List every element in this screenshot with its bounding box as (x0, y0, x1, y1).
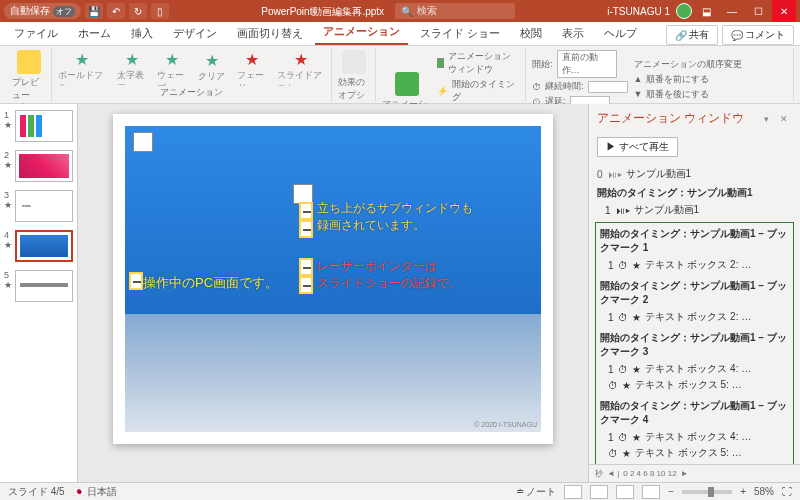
status-bar: スライド 4/5 🇯🇵 日本語 ≐ ノート − + 58% ⛶ (0, 482, 800, 500)
start-slideshow-icon[interactable]: ▯ (151, 3, 169, 19)
zoom-level[interactable]: 58% (754, 486, 774, 497)
animation-item[interactable]: 0⏯▶サンプル動画1 (593, 165, 796, 183)
reading-view-icon[interactable] (616, 485, 634, 499)
slide-thumbnails: 1★ 2★ 3★=== 4★ 5★ (0, 104, 78, 482)
thumbnail-2[interactable] (15, 150, 73, 182)
gallery-item: ★ウェーブ (157, 50, 187, 86)
copyright: © 2020 i-TSUNAGU (474, 421, 537, 428)
thumbnail-4[interactable] (15, 230, 73, 262)
slide-text-2: レーザーポインターはスライドショーの記録で。 (317, 258, 461, 292)
zoom-in-icon[interactable]: + (740, 486, 746, 497)
slide: 立ち上がるサブウィンドウも録画されています。 レーザーポインターはスライドショー… (113, 114, 553, 444)
animation-group[interactable]: 開始のタイミング：サンプル動画1 – ブックマーク 2 1⏱★テキスト ボックス… (596, 277, 793, 325)
slide-canvas[interactable]: 立ち上がるサブウィンドウも録画されています。 レーザーポインターはスライドショー… (78, 104, 588, 482)
user-name: i-TSUNAGU 1 (607, 6, 670, 17)
comment-button[interactable]: 💬 コメント (722, 25, 794, 45)
minimize-icon[interactable]: — (720, 0, 744, 22)
maximize-icon[interactable]: ☐ (746, 0, 770, 22)
pane-close-icon[interactable]: ✕ (780, 114, 792, 124)
animation-pane-toggle[interactable]: アニメーション ウィンドウ (437, 50, 519, 76)
sorter-view-icon[interactable] (590, 485, 608, 499)
ribbon-options-icon[interactable]: ⬓ (694, 0, 718, 22)
tab-design[interactable]: デザイン (165, 22, 225, 45)
share-button[interactable]: 🔗 共有 (666, 25, 718, 45)
tab-slideshow[interactable]: スライド ショー (412, 22, 508, 45)
notes-button[interactable]: ≐ ノート (516, 485, 557, 499)
slide-counter[interactable]: スライド 4/5 (8, 485, 65, 499)
animation-marker (299, 202, 313, 220)
play-all-button[interactable]: ▶ すべて再生 (597, 137, 678, 157)
animation-group[interactable]: 開始のタイミング：サンプル動画1 – ブックマーク 1 1⏱★テキスト ボックス… (596, 225, 793, 273)
animation-marker (299, 276, 313, 294)
document-title: PowerPoint動画編集再.pptx (261, 6, 384, 17)
desktop-icon (133, 132, 153, 152)
move-earlier-button[interactable]: ▲ 順番を前にする (634, 73, 742, 86)
undo-icon[interactable]: ↶ (107, 3, 125, 19)
desktop-icon (293, 184, 313, 204)
tab-review[interactable]: 校閲 (512, 22, 550, 45)
autosave-toggle[interactable]: 自動保存 オフ (4, 3, 81, 19)
gallery-item: ★フェード (237, 50, 267, 86)
animation-group[interactable]: 開始のタイミング：サンプル動画1 1⏯▶サンプル動画1 (593, 184, 796, 218)
tab-animations[interactable]: アニメーション (315, 20, 408, 45)
tab-transitions[interactable]: 画面切り替え (229, 22, 311, 45)
save-icon[interactable]: 💾 (85, 3, 103, 19)
ribbon: プレビュー プレビュー ★ボールドフラ… ★太字表示 ★ウェーブ ★クリア ★フ… (0, 46, 800, 104)
thumbnail-1[interactable] (15, 110, 73, 142)
gallery-item: ★クリア (197, 50, 227, 86)
tab-help[interactable]: ヘルプ (596, 22, 645, 45)
fit-window-icon[interactable]: ⛶ (782, 486, 792, 497)
animation-marker (299, 220, 313, 238)
preview-button[interactable]: プレビュー (12, 50, 45, 102)
animation-pane-title: アニメーション ウィンドウ (597, 110, 744, 127)
animation-pane: アニメーション ウィンドウ ▾ ✕ ▶ すべて再生 0⏯▶サンプル動画1 開始の… (588, 104, 800, 482)
user-avatar[interactable] (676, 3, 692, 19)
animation-marker (129, 272, 143, 290)
titlebar: 自動保存 オフ 💾 ↶ ↻ ▯ PowerPoint動画編集再.pptx 🔍 検… (0, 0, 800, 22)
close-icon[interactable]: ✕ (772, 0, 796, 22)
animation-gallery[interactable]: ★ボールドフラ… ★太字表示 ★ウェーブ ★クリア ★フェード ★スライドアウト (58, 50, 325, 86)
trigger-button[interactable]: ⚡ 開始のタイミング (437, 78, 519, 104)
start-dropdown[interactable]: 直前の動作… (557, 50, 617, 78)
slide-text-3: 操作中のPC画面です。 (143, 274, 278, 292)
pane-dropdown-icon[interactable]: ▾ (764, 114, 773, 124)
slide-text-1: 立ち上がるサブウィンドウも録画されています。 (317, 200, 473, 234)
animation-group[interactable]: 開始のタイミング：サンプル動画1 – ブックマーク 3 1⏱★テキスト ボックス… (596, 329, 793, 393)
search-box[interactable]: 🔍 検索 (395, 3, 515, 19)
move-later-button[interactable]: ▼ 順番を後にする (634, 88, 742, 101)
language-indicator[interactable]: 🇯🇵 日本語 (73, 485, 118, 499)
ribbon-tabs: ファイル ホーム 挿入 デザイン 画面切り替え アニメーション スライド ショー… (0, 22, 800, 46)
gallery-item: ★太字表示 (117, 50, 147, 86)
duration-input[interactable] (588, 81, 628, 93)
tab-insert[interactable]: 挿入 (123, 22, 161, 45)
normal-view-icon[interactable] (564, 485, 582, 499)
thumbnail-5[interactable] (15, 270, 73, 302)
animation-timeline[interactable]: 秒◄ | 0 2 4 6 8 10 12 ► (589, 464, 800, 482)
tab-home[interactable]: ホーム (70, 22, 119, 45)
tab-view[interactable]: 表示 (554, 22, 592, 45)
tab-file[interactable]: ファイル (6, 22, 66, 45)
gallery-item: ★ボールドフラ… (58, 50, 107, 86)
animation-marker (299, 258, 313, 276)
thumbnail-3[interactable]: === (15, 190, 73, 222)
animation-group[interactable]: 開始のタイミング：サンプル動画1 – ブックマーク 4 1⏱★テキスト ボックス… (596, 397, 793, 461)
gallery-item: ★スライドアウト (277, 50, 326, 86)
zoom-out-icon[interactable]: − (668, 486, 674, 497)
zoom-slider[interactable] (682, 490, 732, 494)
slideshow-view-icon[interactable] (642, 485, 660, 499)
redo-icon[interactable]: ↻ (129, 3, 147, 19)
